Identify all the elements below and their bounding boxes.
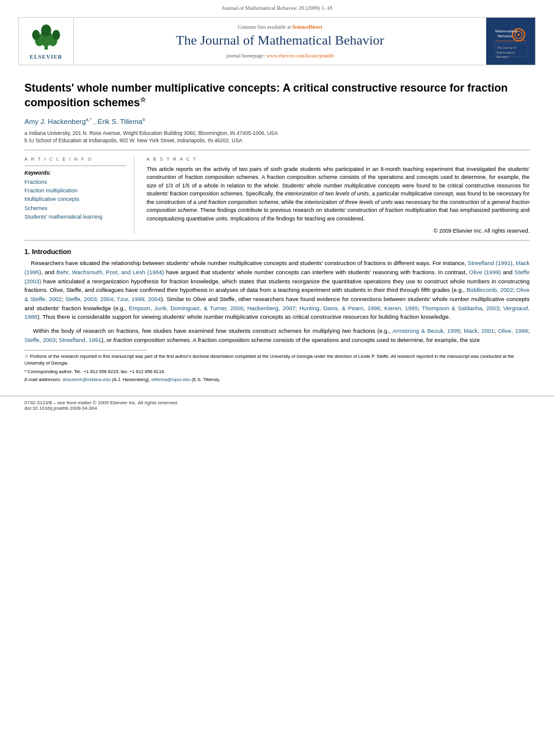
author2-name: , Erik S. Tillema	[93, 118, 142, 125]
sciencedirect-link[interactable]: ScienceDirect	[292, 24, 322, 30]
elsevier-tree-icon	[29, 23, 63, 52]
cite-olive-1999: Olive (1999)	[469, 269, 501, 275]
copyright-line: © 2009 Elsevier Inc. All rights reserved…	[147, 228, 530, 234]
intro-paragraph-1: Researchers have situated the relationsh…	[24, 259, 530, 322]
divider-1	[24, 150, 530, 150]
cite-armstrong-1995: Armstrong & Bezuk, 1995	[392, 327, 460, 334]
divider-2	[24, 240, 530, 241]
journal-title-area: Contents lists available at ScienceDirec…	[74, 18, 486, 65]
cite-tzur-1999-2004: Tzur, 1999, 2004	[117, 296, 161, 302]
svg-point-10	[517, 34, 520, 36]
sciencedirect-line: Contents lists available at ScienceDirec…	[238, 24, 323, 30]
jmb-logo-icon: Mathematical Behavior The Journal of Mat…	[492, 23, 530, 60]
keyword-3: Multiplicative concepts	[24, 195, 126, 203]
cite-behr-1984: Behr, Wachsmuth, Post, and Lesh (1984)	[56, 269, 164, 275]
journal-header: ELSEVIER Contents lists available at Sci…	[18, 17, 536, 65]
elsevier-logo: ELSEVIER	[29, 23, 63, 60]
cite-empson-2006: Empson, Junk, Dominguez, & Turner, 2006	[129, 305, 243, 311]
svg-text:Mathematical: Mathematical	[497, 51, 515, 54]
homepage-link[interactable]: www.elsevier.com/locate/jmathb	[266, 53, 334, 59]
email1-link[interactable]: ahackenh@indiana.edu	[62, 377, 111, 382]
article-info-abstract: A R T I C L E I N F O Keywords: Fraction…	[24, 156, 530, 234]
cite-kieren-1995: Kieren, 1995	[384, 305, 418, 311]
cite-hunting-1996: Hunting, Davis, & Pearn, 1996	[299, 305, 381, 311]
svg-text:Behavior: Behavior	[497, 55, 509, 59]
footnote-star: ☆ Portions of the research reported in t…	[24, 353, 530, 367]
cite-steffe-2003b: Steffe, 2003	[24, 336, 56, 343]
cite-thompson-2003: Thompson & Saldanha, 2003	[422, 305, 500, 311]
journal-homepage: journal homepage: www.elsevier.com/locat…	[226, 53, 334, 59]
affiliation-a: a Indiana University, 201 N. Rose Avenue…	[24, 130, 530, 136]
keyword-1: Fractions	[24, 178, 126, 186]
footnote-divider	[24, 350, 147, 351]
author1-sup: a,*	[86, 117, 92, 122]
cite-streefland-1991b: Streefland, 1991	[59, 336, 101, 343]
svg-point-4	[32, 30, 40, 40]
cite-hackenberg-2007: Hackenberg, 2007	[247, 305, 296, 311]
svg-point-5	[53, 30, 60, 40]
doi-line: doi:10.1016/j.jmathb.2009.04.004	[24, 405, 530, 411]
keyword-4: Schemes	[24, 204, 126, 213]
section-1-title: 1. Introduction	[24, 248, 530, 255]
keywords-label: Keywords:	[24, 170, 126, 176]
email2-link[interactable]: etillema@iupui.edu	[151, 377, 191, 382]
article-title: Students' whole number multiplicative co…	[24, 81, 530, 111]
issn-line: 0732-3123/$ – see front matter © 2009 El…	[24, 400, 530, 405]
bottom-bar: 0732-3123/$ – see front matter © 2009 El…	[0, 396, 554, 415]
abstract-col: A B S T R A C T This article reports on …	[147, 156, 530, 234]
keyword-2: Fraction multiplication	[24, 186, 126, 195]
article-body: Students' whole number multiplicative co…	[0, 65, 554, 390]
elsevier-logo-area: ELSEVIER	[19, 18, 74, 65]
cite-mack-2001: Mack, 2001	[464, 327, 494, 334]
journal-citation-text: Journal of Mathematical Behavior 28 (200…	[222, 5, 332, 11]
svg-text:Mathematical: Mathematical	[495, 29, 517, 33]
elsevier-label: ELSEVIER	[30, 54, 63, 60]
svg-text:Behavior: Behavior	[498, 34, 512, 38]
cite-streefland-1991: Streefland (1991)	[468, 260, 512, 266]
svg-text:The Journal of: The Journal of	[497, 46, 517, 49]
keyword-5: Students' mathematical learning	[24, 213, 126, 221]
keywords-list: Fractions Fraction multiplication Multip…	[24, 178, 126, 222]
jmb-logo: Mathematical Behavior The Journal of Mat…	[491, 21, 531, 61]
cite-steffe-2003-2004: Steffe, 2003, 2004	[65, 296, 114, 302]
abstract-text: This article reports on the activity of …	[147, 165, 530, 224]
article-info-col: A R T I C L E I N F O Keywords: Fraction…	[24, 156, 134, 234]
intro-paragraph-2: Within the body of research on fractions…	[24, 327, 530, 344]
page: Journal of Mathematical Behavior 28 (200…	[0, 0, 554, 756]
journal-title: The Journal of Mathematical Behavior	[176, 32, 384, 48]
cite-biddlecomb-2002: Biddlecomb, 2002	[467, 286, 513, 293]
article-info-label: A R T I C L E I N F O	[24, 156, 126, 162]
footnote-email: E-mail addresses: ahackenh@indiana.edu (…	[24, 376, 530, 383]
author2-sup: b	[142, 117, 145, 122]
footnote-corresponding: * Corresponding author. Tel.: +1 812 856…	[24, 368, 530, 375]
affiliation-b: b IU School of Education at Indianapolis…	[24, 137, 530, 144]
journal-citation: Journal of Mathematical Behavior 28 (200…	[0, 0, 554, 13]
authors-line: Amy J. Hackenberga,* , Erik S. Tillemab	[24, 117, 530, 125]
svg-point-6	[41, 24, 51, 37]
author1-name: Amy J. Hackenberg	[24, 118, 86, 125]
divider-keywords	[24, 165, 126, 166]
cite-olive-1999b: Olive, 1999	[498, 327, 528, 334]
abstract-label: A B S T R A C T	[147, 156, 530, 162]
jmb-logo-area: Mathematical Behavior The Journal of Mat…	[486, 18, 535, 65]
